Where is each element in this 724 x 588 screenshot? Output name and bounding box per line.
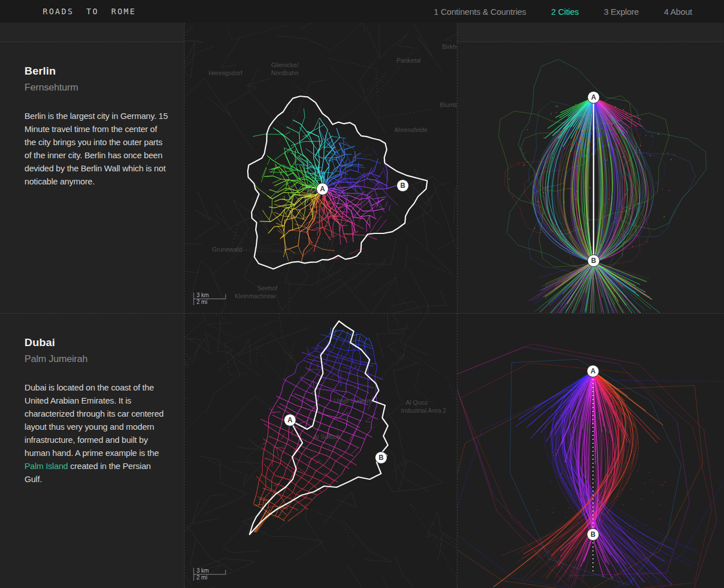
map-background-label: Birkholzaue: [442, 43, 457, 50]
nav-links: 1 Continents & Countries 2 Cities 3 Expl…: [434, 7, 724, 17]
map-background-label: Seehof: [257, 285, 278, 291]
svg-text:B: B: [591, 531, 596, 538]
nav-item-explore[interactable]: 3 Explore: [604, 7, 639, 17]
map-background-label: Grunewald: [212, 246, 242, 253]
map-background-label: Kleinmachnow: [235, 293, 276, 299]
marker-a: A: [317, 183, 329, 195]
viz-marker-a: A: [588, 92, 600, 104]
palm-island-link[interactable]: Palm Island: [24, 461, 68, 471]
map-background-label: Industrial Area 2: [401, 407, 447, 414]
svg-text:A: A: [591, 367, 596, 375]
subtitle-palm-jumeirah: Palm Jumeirah: [24, 353, 170, 365]
dubai-description: Dubai is located on the coast of the Uni…: [24, 381, 170, 486]
viz-marker-a: A: [587, 365, 599, 377]
page-title-berlin: Berlin: [24, 65, 170, 77]
dubai-route-fan-canvas: AB: [457, 314, 723, 588]
svg-text:B: B: [591, 257, 596, 265]
svg-text:2 mi: 2 mi: [197, 574, 207, 581]
dubai-map-canvas[interactable]: Umm SuqeimAl QuozIndustrial Area 2Al Suf…: [185, 314, 457, 588]
content-grid: Berlin Fernsehturm Berlin is the largest…: [0, 23, 724, 588]
svg-text:3 km: 3 km: [197, 292, 209, 298]
berlin-route-fan-canvas: AB: [457, 42, 723, 313]
page-title-dubai: Dubai: [24, 336, 170, 349]
text-column: Berlin Fernsehturm Berlin is the largest…: [0, 23, 184, 588]
berlin-map-canvas[interactable]: HennigsdorfGlienicke/NordbahnPanketalBir…: [185, 23, 457, 313]
site-logo[interactable]: ROADS TO ROME: [43, 7, 136, 16]
nav-item-about[interactable]: 4 About: [664, 7, 692, 17]
top-navigation: ROADS TO ROME 1 Continents & Countries 2…: [0, 0, 724, 23]
viz-marker-b: B: [587, 529, 599, 541]
map-background-label: Hennigsdorf: [208, 69, 243, 76]
berlin-viz-panel: AB: [457, 42, 723, 313]
dubai-map-panel[interactable]: Umm SuqeimAl QuozIndustrial Area 2Al Suf…: [185, 313, 457, 588]
dubai-text-cell: Dubai Palm Jumeirah Dubai is located on …: [0, 313, 184, 588]
berlin-description: Berlin is the largest city in Germany. 1…: [24, 109, 170, 188]
marker-b: B: [397, 180, 409, 192]
subtitle-fernsehturm: Fernsehturm: [24, 82, 170, 93]
map-column: HennigsdorfGlienicke/NordbahnPanketalBir…: [184, 23, 457, 588]
scale-bar: 3 km2 mi: [194, 568, 226, 581]
svg-text:B: B: [400, 182, 406, 190]
dubai-viz-panel: AB: [457, 313, 723, 588]
svg-text:3 km: 3 km: [197, 568, 209, 574]
svg-text:2 mi: 2 mi: [197, 299, 207, 305]
berlin-map-panel[interactable]: HennigsdorfGlienicke/NordbahnPanketalBir…: [185, 23, 457, 313]
map-background-label: Glienicke/: [271, 61, 299, 68]
map-background-label: Ahrensfelde: [394, 126, 428, 133]
header-strip-left: [0, 23, 184, 42]
svg-text:A: A: [288, 416, 293, 424]
map-background-label: Panketal: [396, 57, 421, 64]
nav-item-cities[interactable]: 2 Cities: [551, 7, 579, 17]
map-background-label: Nordbahn: [271, 69, 298, 76]
svg-text:A: A: [320, 185, 325, 193]
berlin-text-cell: Berlin Fernsehturm Berlin is the largest…: [0, 42, 184, 313]
svg-text:B: B: [379, 454, 384, 462]
map-background-label: Blumberg: [440, 101, 457, 108]
marker-a: A: [284, 414, 296, 426]
header-strip-right: [457, 23, 723, 42]
marker-b: B: [375, 452, 387, 464]
svg-text:A: A: [591, 93, 596, 101]
nav-item-continents[interactable]: 1 Continents & Countries: [434, 7, 526, 17]
viz-column: AB AB: [457, 23, 723, 588]
viz-marker-b: B: [588, 255, 600, 267]
map-background-label: Al Quoz: [406, 399, 428, 406]
